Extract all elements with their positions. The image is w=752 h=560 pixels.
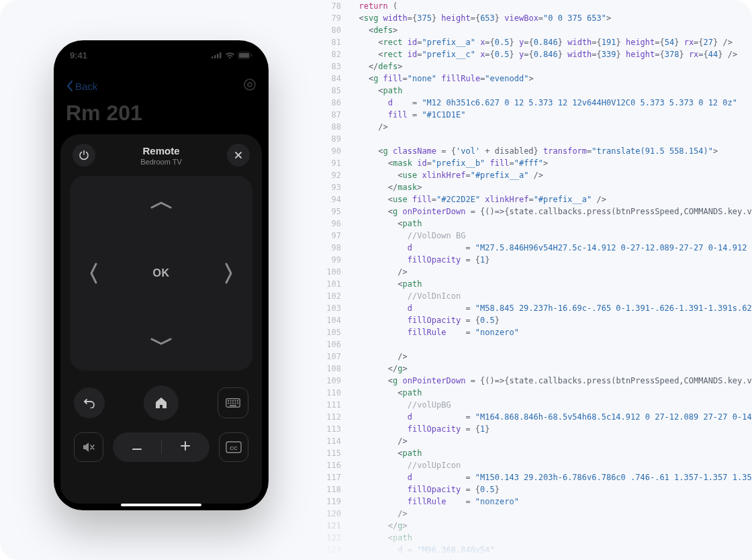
canvas: 9:41 Back Rm 201 Remote <box>0 0 752 560</box>
code-tokens: /> <box>349 266 408 278</box>
line-number: 91 <box>322 157 349 169</box>
code-tokens: /> <box>349 351 408 363</box>
line-number: 98 <box>322 242 349 254</box>
nav-row: Back <box>54 73 269 99</box>
svg-rect-2 <box>217 54 219 58</box>
code-tokens: d = "M164.868.846h-68.5v54h68.5c14.912 0… <box>349 411 752 423</box>
cc-button[interactable]: CC <box>219 432 248 462</box>
home-button[interactable] <box>144 385 179 420</box>
line-number: 104 <box>322 314 349 326</box>
code-tokens: <use fill="#2C2D2E" xlinkHref="#prefix__… <box>349 193 606 205</box>
svg-rect-5 <box>239 53 249 58</box>
code-tokens: fillOpacity = {0.5} <box>349 483 500 496</box>
code-line: 109 <g onPointerDown = {()=>{state.callb… <box>322 375 752 387</box>
line-number: 89 <box>322 133 349 145</box>
dpad-ok[interactable]: OK <box>153 267 170 279</box>
line-number: 116 <box>322 459 349 471</box>
mute-button[interactable] <box>74 432 103 462</box>
code-line: 88 /> <box>322 121 752 133</box>
code-tokens: //VolDown BG <box>349 230 465 242</box>
phone-mockup: 9:41 Back Rm 201 Remote <box>54 40 269 510</box>
line-number: 102 <box>322 290 349 302</box>
code-line: 111 //volUpBG <box>322 399 752 411</box>
line-number: 87 <box>322 109 349 121</box>
power-icon <box>79 150 89 160</box>
power-button[interactable] <box>73 144 95 167</box>
line-number: 122 <box>322 532 349 544</box>
svg-rect-17 <box>232 403 234 404</box>
settings-button[interactable] <box>243 78 256 94</box>
line-number: 83 <box>322 60 349 73</box>
keyboard-button[interactable] <box>218 387 248 418</box>
code-tokens: <defs> <box>349 24 397 36</box>
line-number: 117 <box>322 471 349 483</box>
dpad-right[interactable] <box>224 176 234 371</box>
code-line: 123 d = "M96.368.846v54" <box>322 544 752 556</box>
code-tokens: <path <box>349 447 422 459</box>
line-number: 114 <box>322 435 349 447</box>
code-line: 115 <path <box>322 447 752 459</box>
plus-icon <box>180 440 191 451</box>
line-number: 106 <box>322 338 349 351</box>
code-tokens: d = "M58.845 29.237h-16.69c-.765 0-1.391… <box>349 302 752 314</box>
svg-rect-23 <box>185 441 186 451</box>
line-number: 111 <box>322 399 349 411</box>
code-line: 104 fillOpacity = {0.5} <box>322 314 752 326</box>
code-line: 86 d = "M12 0h351c6.627 0 12 5.373 12 12… <box>322 97 752 109</box>
code-tokens: fillOpacity = {0.5} <box>349 314 500 326</box>
line-number: 90 <box>322 145 349 157</box>
keyboard-icon <box>226 398 240 408</box>
line-number: 110 <box>322 387 349 399</box>
svg-rect-14 <box>237 400 238 402</box>
code-tokens: <use xlinkHref="#prefix__a" /> <box>349 169 543 181</box>
code-tokens: <svg width={375} height={653} viewBox="0… <box>349 12 611 24</box>
code-tokens: d = "M96.368.846v54" <box>349 544 495 556</box>
card-header: Remote Bedroom TV <box>70 144 252 167</box>
code-tokens: </defs> <box>349 60 403 73</box>
svg-rect-3 <box>220 52 222 58</box>
code-line: 78 return ( <box>322 0 752 12</box>
row-back-home-kbd <box>70 385 252 420</box>
line-number: 94 <box>322 193 349 205</box>
line-number: 97 <box>322 230 349 242</box>
home-indicator <box>121 504 201 506</box>
svg-rect-12 <box>232 400 234 402</box>
mute-icon <box>83 442 95 453</box>
svg-rect-19 <box>237 403 238 404</box>
row-mute-vol-cc: CC <box>70 432 252 462</box>
undo-icon <box>83 398 95 408</box>
chevron-left-icon <box>66 80 74 92</box>
line-number: 85 <box>322 85 349 97</box>
close-button[interactable] <box>227 144 250 167</box>
volume-up-button[interactable] <box>180 440 191 454</box>
line-number: 92 <box>322 169 349 181</box>
back-button[interactable]: Back <box>66 80 97 92</box>
line-number: 86 <box>322 97 349 109</box>
dpad-left[interactable] <box>89 176 98 371</box>
code-tokens: return ( <box>349 0 397 12</box>
svg-rect-20 <box>230 405 236 406</box>
phone-notch <box>109 40 214 59</box>
code-line: 92 <use xlinkHref="#prefix__a" /> <box>322 169 752 181</box>
cc-icon: CC <box>226 441 242 453</box>
code-tokens: <g onPointerDown = {()=>{state.callbacks… <box>349 205 752 218</box>
code-line: 100 /> <box>322 266 752 278</box>
wifi-icon <box>225 52 235 59</box>
code-tokens <box>349 338 354 351</box>
code-line: 107 /> <box>322 351 752 363</box>
line-number: 88 <box>322 121 349 133</box>
code-line: 99 fillOpacity = {1} <box>322 254 752 266</box>
back-undo-button[interactable] <box>74 387 105 418</box>
signal-icon <box>211 52 222 58</box>
code-line: 81 <rect id="prefix__a" x={0.5} y={0.846… <box>322 36 752 48</box>
code-tokens: fillRule = "nonzero" <box>349 496 519 508</box>
status-right <box>211 52 252 59</box>
code-tokens: d = "M150.143 29.203h-6.786v6.786c0 .746… <box>349 471 752 483</box>
volume-down-button[interactable] <box>132 441 142 453</box>
chevron-up-icon <box>149 200 173 209</box>
line-number: 93 <box>322 181 349 193</box>
code-tokens: /> <box>349 435 408 447</box>
svg-rect-21 <box>132 449 142 450</box>
svg-rect-1 <box>214 55 216 58</box>
code-line: 82 <rect id="prefix__c" x={0.5} y={0.846… <box>322 48 752 60</box>
